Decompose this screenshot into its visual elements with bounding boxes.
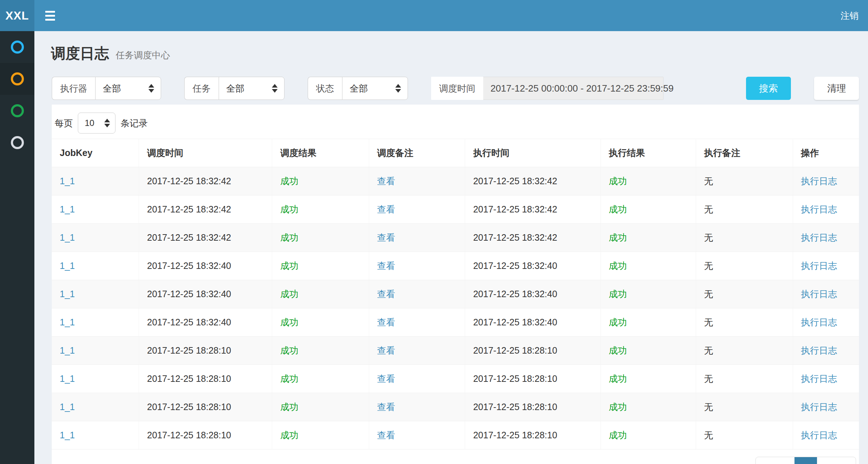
app-logo[interactable]: XXL (0, 0, 34, 31)
trigger-result-cell: 成功 (272, 280, 369, 308)
hamburger-icon (45, 11, 55, 13)
pagination: 上页 1 下页 (755, 457, 856, 464)
execution-log-link[interactable]: 执行日志 (801, 261, 837, 271)
trigger-time-cell: 2017-12-25 18:32:40 (139, 252, 272, 280)
page-number-button[interactable]: 1 (795, 457, 817, 464)
trigger-msg-link[interactable]: 查看 (377, 261, 395, 271)
handle-time-cell: 2017-12-25 18:28:10 (465, 337, 601, 365)
status-filter-select[interactable]: 全部 (342, 77, 408, 100)
execution-log-link[interactable]: 执行日志 (801, 374, 837, 384)
handle-time-cell: 2017-12-25 18:32:42 (465, 195, 601, 224)
prev-page-button[interactable]: 上页 (756, 457, 795, 464)
job-filter-select[interactable]: 全部 (219, 77, 285, 100)
column-header-trigger-msg: 调度备注 (369, 139, 465, 167)
table-row: 1_12017-12-25 18:32:42成功查看2017-12-25 18:… (52, 167, 859, 195)
trigger-time-cell: 2017-12-25 18:32:40 (139, 280, 272, 308)
trigger-time-cell: 2017-12-25 18:32:42 (139, 224, 272, 252)
execution-log-link[interactable]: 执行日志 (801, 176, 837, 186)
handle-msg-cell: 无 (696, 224, 793, 252)
trigger-result-cell: 成功 (272, 337, 369, 365)
executor-filter-group: 执行器 全部 (52, 77, 161, 100)
column-header-handle-msg: 执行备注 (696, 139, 793, 167)
trigger-msg-link[interactable]: 查看 (377, 289, 395, 299)
sidebar-item-4[interactable] (0, 127, 34, 159)
page-subtitle: 任务调度中心 (116, 50, 170, 60)
executor-filter-label: 执行器 (52, 77, 95, 100)
page-title: 调度日志 (51, 45, 109, 61)
execution-log-link[interactable]: 执行日志 (801, 345, 837, 355)
handle-result-cell: 成功 (601, 280, 696, 308)
jobkey-link[interactable]: 1_1 (60, 176, 75, 186)
trigger-time-cell: 2017-12-25 18:28:10 (139, 421, 272, 450)
column-header-jobkey: JobKey (52, 139, 139, 167)
trigger-time-filter-group: 调度时间 2017-12-25 00:00:00 - 2017-12-25 23… (431, 77, 663, 100)
sidebar-item-1[interactable] (0, 31, 34, 63)
execution-log-link[interactable]: 执行日志 (801, 317, 837, 327)
column-header-trigger-result: 调度结果 (272, 139, 369, 167)
trigger-msg-link[interactable]: 查看 (377, 232, 395, 242)
handle-result-cell: 成功 (601, 393, 696, 421)
execution-log-link[interactable]: 执行日志 (801, 402, 837, 412)
trigger-result-cell: 成功 (272, 224, 369, 252)
jobkey-link[interactable]: 1_1 (60, 232, 75, 242)
table-header-row: JobKey 调度时间 调度结果 调度备注 执行时间 执行结果 执行备注 操作 (52, 139, 859, 167)
trigger-msg-link[interactable]: 查看 (377, 176, 395, 186)
jobkey-link[interactable]: 1_1 (60, 261, 75, 271)
jobkey-link[interactable]: 1_1 (60, 204, 75, 214)
circle-icon (11, 41, 24, 54)
handle-result-cell: 成功 (601, 421, 696, 450)
execution-log-link[interactable]: 执行日志 (801, 289, 837, 299)
trigger-time-cell: 2017-12-25 18:28:10 (139, 365, 272, 393)
execution-log-link[interactable]: 执行日志 (801, 204, 837, 214)
column-header-action: 操作 (793, 139, 859, 167)
handle-result-cell: 成功 (601, 224, 696, 252)
trigger-msg-link[interactable]: 查看 (377, 204, 395, 214)
handle-result-cell: 成功 (601, 308, 696, 337)
handle-time-cell: 2017-12-25 18:32:40 (465, 252, 601, 280)
sidebar-toggle-button[interactable] (34, 0, 66, 31)
trigger-msg-link[interactable]: 查看 (377, 374, 395, 384)
search-button[interactable]: 搜索 (746, 77, 791, 100)
log-table-panel: 每页 10 条记录 JobKey 调度时间 调度结果 调度备注 执行时间 执行结… (52, 105, 859, 464)
trigger-time-range-input[interactable]: 2017-12-25 00:00:00 - 2017-12-25 23:59:5… (483, 77, 663, 100)
jobkey-link[interactable]: 1_1 (60, 374, 75, 384)
jobkey-link[interactable]: 1_1 (60, 345, 75, 355)
circle-icon (11, 104, 24, 117)
logout-link[interactable]: 注销 (831, 0, 868, 31)
status-filter-label: 状态 (308, 77, 342, 100)
jobkey-link[interactable]: 1_1 (60, 317, 75, 327)
handle-msg-cell: 无 (696, 421, 793, 450)
trigger-msg-link[interactable]: 查看 (377, 402, 395, 412)
jobkey-link[interactable]: 1_1 (60, 430, 75, 440)
select-arrows-icon (272, 84, 278, 93)
trigger-msg-link[interactable]: 查看 (377, 317, 395, 327)
sidebar (0, 31, 34, 464)
jobkey-link[interactable]: 1_1 (60, 289, 75, 299)
status-filter-group: 状态 全部 (308, 77, 408, 100)
log-table: JobKey 调度时间 调度结果 调度备注 执行时间 执行结果 执行备注 操作 … (52, 139, 859, 450)
handle-msg-cell: 无 (696, 280, 793, 308)
table-row: 1_12017-12-25 18:28:10成功查看2017-12-25 18:… (52, 337, 859, 365)
handle-result-cell: 成功 (601, 252, 696, 280)
trigger-result-cell: 成功 (272, 308, 369, 337)
table-footer: 第 1 页 ( 总共 1 页，10 条记录 ) 上页 1 下页 (55, 457, 856, 464)
executor-filter-select[interactable]: 全部 (95, 77, 161, 100)
table-row: 1_12017-12-25 18:32:40成功查看2017-12-25 18:… (52, 252, 859, 280)
sidebar-item-3[interactable] (0, 95, 34, 127)
next-page-button[interactable]: 下页 (817, 457, 856, 464)
page-size-select[interactable]: 10 (78, 113, 115, 134)
filter-bar: 执行器 全部 任务 全部 状态 全部 调度时间 2017-12-25 00: (52, 76, 859, 100)
column-header-trigger-time: 调度时间 (139, 139, 272, 167)
sidebar-item-2[interactable] (0, 63, 34, 95)
table-row: 1_12017-12-25 18:28:10成功查看2017-12-25 18:… (52, 365, 859, 393)
page-size-bar: 每页 10 条记录 (55, 113, 859, 134)
handle-msg-cell: 无 (696, 337, 793, 365)
trigger-msg-link[interactable]: 查看 (377, 345, 395, 355)
trigger-time-cell: 2017-12-25 18:28:10 (139, 393, 272, 421)
execution-log-link[interactable]: 执行日志 (801, 232, 837, 242)
trigger-msg-link[interactable]: 查看 (377, 430, 395, 440)
jobkey-link[interactable]: 1_1 (60, 402, 75, 412)
table-row: 1_12017-12-25 18:32:40成功查看2017-12-25 18:… (52, 308, 859, 337)
clear-log-button[interactable]: 清理 (814, 77, 859, 100)
execution-log-link[interactable]: 执行日志 (801, 430, 837, 440)
